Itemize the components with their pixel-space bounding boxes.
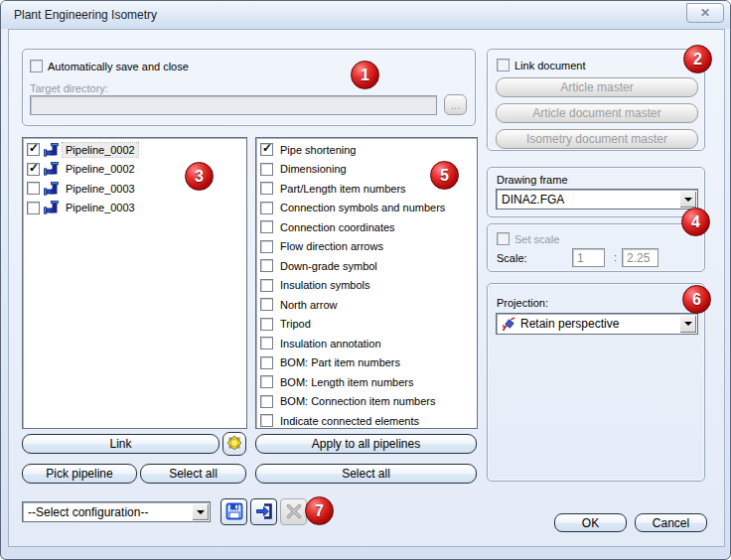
- scale-separator: :: [614, 251, 617, 263]
- projection-combobox[interactable]: 2 Retain perspective: [496, 313, 698, 335]
- scale-denominator-input[interactable]: 2.25: [622, 248, 658, 267]
- drawing-frame-label: Drawing frame: [497, 174, 568, 186]
- pipeline-select-all-button[interactable]: Select all: [140, 464, 246, 484]
- option-item-checkbox[interactable]: [260, 318, 273, 331]
- scale-numerator-input[interactable]: 1: [572, 248, 605, 267]
- chevron-down-icon: [197, 510, 205, 514]
- article-document-master-label: Article document master: [532, 106, 660, 120]
- option-item-checkbox[interactable]: [260, 240, 273, 253]
- delete-icon: [284, 501, 304, 523]
- article-document-master-button[interactable]: Article document master: [496, 103, 698, 123]
- link-button-label: Link: [109, 437, 131, 451]
- option-list-item[interactable]: BOM: Connection item numbers: [256, 392, 477, 412]
- option-list-item[interactable]: Insulation annotation: [256, 334, 477, 353]
- option-list-item[interactable]: Indicate connected elements: [256, 411, 477, 429]
- option-item-label: BOM: Connection item numbers: [277, 394, 439, 408]
- load-configuration-button[interactable]: [250, 498, 277, 525]
- pipeline-item-checkbox[interactable]: [27, 202, 40, 214]
- option-list-item[interactable]: North arrow: [256, 295, 477, 315]
- projection-label: Projection:: [497, 297, 548, 309]
- pipeline-list-item[interactable]: Pipeline_0003: [23, 199, 246, 218]
- option-list-item[interactable]: Insulation symbols: [256, 276, 477, 296]
- annotation-circle-2: 2: [683, 45, 712, 73]
- option-item-label: Connection coordinates: [277, 220, 398, 234]
- option-item-checkbox[interactable]: [260, 202, 273, 214]
- annotation-circle-6: 6: [682, 285, 711, 314]
- option-list-item[interactable]: Connection coordinates: [256, 217, 477, 237]
- close-button[interactable]: ✕: [686, 3, 724, 23]
- option-list-item[interactable]: Connection symbols and numbers: [256, 199, 477, 218]
- set-scale-checkbox-row[interactable]: Set scale: [497, 232, 559, 245]
- projection-icon: 2: [502, 317, 516, 332]
- pipeline-item-checkbox[interactable]: [27, 182, 40, 195]
- configuration-combobox[interactable]: --Select configuration--: [22, 501, 211, 522]
- drawing-frame-dropdown-button[interactable]: [679, 191, 696, 208]
- delete-configuration-button[interactable]: [280, 498, 307, 525]
- isometry-document-master-button[interactable]: Isometry document master: [496, 129, 698, 149]
- pipeline-item-label: Pipeline_0002: [63, 143, 138, 157]
- pipeline-listbox[interactable]: Pipeline_0002 Pipeline_0002: [22, 137, 247, 429]
- options-select-all-button[interactable]: Select all: [255, 464, 477, 484]
- auto-save-checkbox[interactable]: [30, 60, 43, 72]
- option-item-label: Flow direction arrows: [277, 239, 386, 253]
- annotation-circle-3: 3: [185, 162, 214, 191]
- option-item-checkbox[interactable]: [260, 220, 273, 233]
- cancel-button-label: Cancel: [653, 516, 689, 530]
- pipeline-item-label: Pipeline_0003: [63, 201, 138, 214]
- option-list-item[interactable]: Pipe shortening: [256, 140, 477, 160]
- option-item-checkbox[interactable]: [260, 356, 273, 369]
- pipeline-select-all-label: Select all: [169, 467, 218, 481]
- link-button[interactable]: Link: [22, 434, 219, 454]
- drawing-frame-value: DINA2.FGA: [502, 193, 564, 207]
- option-item-label: Indicate connected elements: [277, 414, 422, 428]
- chevron-down-icon: [684, 322, 692, 326]
- option-item-checkbox[interactable]: [260, 182, 273, 195]
- apply-to-all-pipelines-button[interactable]: Apply to all pipelines: [255, 434, 477, 454]
- auto-save-checkbox-row[interactable]: Automatically save and close: [30, 60, 189, 72]
- import-icon: [254, 501, 274, 523]
- pipeline-list-item[interactable]: Pipeline_0002: [23, 140, 246, 160]
- pipeline-list-item[interactable]: Pipeline_0003: [23, 179, 246, 199]
- option-list-item[interactable]: BOM: Part item numbers: [256, 353, 477, 373]
- article-master-button[interactable]: Article master: [496, 77, 698, 97]
- ok-button[interactable]: OK: [554, 513, 627, 532]
- pick-pipeline-button[interactable]: Pick pipeline: [22, 464, 137, 484]
- option-item-checkbox[interactable]: [260, 298, 273, 311]
- option-item-checkbox[interactable]: [260, 279, 273, 292]
- option-item-label: Down-grade symbol: [277, 259, 380, 273]
- link-document-checkbox[interactable]: [497, 59, 510, 71]
- browse-button[interactable]: ...: [444, 94, 467, 115]
- option-item-checkbox[interactable]: [260, 143, 273, 156]
- option-list-item[interactable]: Down-grade symbol: [256, 256, 477, 276]
- projection-dropdown-button[interactable]: [679, 315, 696, 333]
- option-item-checkbox[interactable]: [260, 259, 273, 272]
- link-settings-button[interactable]: [222, 432, 246, 456]
- option-item-checkbox[interactable]: [260, 337, 273, 350]
- target-directory-input[interactable]: [30, 95, 437, 115]
- option-list-item[interactable]: Tripod: [256, 315, 477, 335]
- options-select-all-label: Select all: [342, 467, 390, 481]
- title-bar[interactable]: Plant Engineering Isometry ✕: [1, 1, 730, 29]
- configuration-dropdown-button[interactable]: [192, 503, 209, 520]
- chevron-down-icon: [684, 198, 692, 202]
- drawing-frame-combobox[interactable]: DINA2.FGA: [496, 189, 698, 210]
- isometry-document-master-label: Isometry document master: [526, 132, 667, 146]
- link-document-checkbox-row[interactable]: Link document: [497, 59, 586, 71]
- annotation-circle-5: 5: [430, 161, 459, 190]
- save-configuration-button[interactable]: [220, 498, 247, 525]
- option-list-item[interactable]: BOM: Length item numbers: [256, 372, 477, 392]
- window-title: Plant Engineering Isometry: [14, 8, 157, 22]
- set-scale-checkbox[interactable]: [497, 232, 510, 245]
- option-item-checkbox[interactable]: [260, 163, 273, 176]
- option-list-item[interactable]: Flow direction arrows: [256, 237, 477, 257]
- pipeline-item-checkbox[interactable]: [27, 163, 40, 176]
- option-item-checkbox[interactable]: [260, 395, 273, 408]
- pipeline-item-checkbox[interactable]: [27, 143, 40, 156]
- apply-to-all-pipelines-label: Apply to all pipelines: [312, 437, 420, 451]
- option-item-label: North arrow: [277, 298, 340, 312]
- cancel-button[interactable]: Cancel: [635, 513, 707, 532]
- option-item-checkbox[interactable]: [260, 375, 273, 388]
- option-item-checkbox[interactable]: [260, 414, 273, 427]
- option-item-label: Insulation symbols: [277, 278, 373, 292]
- gear-icon: [225, 434, 243, 454]
